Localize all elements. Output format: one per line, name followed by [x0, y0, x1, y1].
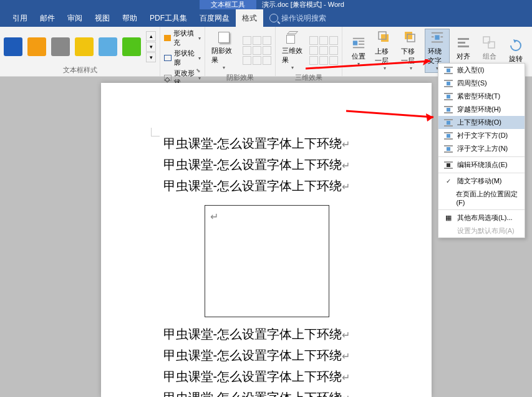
chevron-down-icon: ▾ — [410, 65, 412, 71]
chevron-down-icon: ▾ — [357, 61, 360, 67]
wrap-square-icon — [443, 79, 453, 88]
send-backward-button[interactable]: 下移一层 ▾ — [399, 29, 423, 72]
menu-item-square[interactable]: 四周型(S) — [438, 77, 525, 90]
position-icon — [351, 36, 366, 50]
3d-effect-button[interactable]: 三维效果 ▾ — [279, 29, 306, 72]
menu-item-move-with-text[interactable]: ✓ 随文字移动(M) — [438, 175, 525, 188]
rotate-button[interactable]: 旋转 — [503, 37, 528, 65]
bring-forward-button[interactable]: 上移一层 ▾ — [372, 29, 397, 72]
menu-item-top-bottom[interactable]: 上下型环绕(O) — [438, 116, 525, 129]
tell-me-search[interactable]: 操作说明搜索 — [269, 13, 326, 24]
svg-rect-11 — [432, 36, 434, 37]
layout-options-icon: ▦ — [443, 214, 453, 222]
style-swatch-green[interactable] — [122, 37, 141, 56]
textbox-object[interactable]: ↵ — [205, 205, 329, 317]
chevron-down-icon: ▾ — [198, 36, 201, 41]
paragraph-mark-icon: ↵ — [342, 393, 350, 397]
group-label-styles: 文本框样式 — [4, 64, 156, 76]
chevron-down-icon: ▾ — [223, 65, 225, 70]
tab-format[interactable]: 格式 — [236, 9, 263, 27]
shadow-effect-button[interactable]: 阴影效果 ▾ — [209, 29, 239, 72]
svg-rect-12 — [441, 36, 443, 37]
svg-rect-13 — [432, 42, 443, 43]
menu-item-behind[interactable]: 衬于文字下方(D) — [438, 129, 525, 142]
document-page[interactable]: 甲虫课堂-怎么设置字体上下环绕↵ 甲虫课堂-怎么设置字体上下环绕↵ 甲虫课堂-怎… — [101, 83, 432, 397]
tell-me-label: 操作说明搜索 — [281, 13, 326, 24]
margin-corner-icon — [151, 128, 160, 136]
wrap-text-icon — [430, 31, 445, 45]
tab-mailings[interactable]: 邮件 — [34, 9, 61, 27]
group-shape-options: 形状填充 ▾ 形状轮廓 ▾ ◇ 更改形状 ▾ ⬊ — [160, 27, 205, 76]
shadow-nudge-grid[interactable] — [243, 36, 271, 65]
wrap-through-icon — [443, 105, 453, 114]
menu-item-inline[interactable]: 嵌入型(I) — [438, 64, 525, 77]
svg-rect-9 — [432, 32, 443, 34]
menu-separator — [438, 209, 525, 210]
fill-icon — [164, 35, 171, 41]
cube-icon — [286, 31, 299, 44]
chevron-down-icon: ▾ — [291, 65, 294, 70]
svg-rect-3 — [359, 43, 364, 44]
style-swatch-orange[interactable] — [27, 37, 46, 56]
shape-outline-button[interactable]: 形状轮廓 ▾ — [164, 49, 201, 67]
shape-fill-button[interactable]: 形状填充 ▾ — [164, 29, 201, 47]
tab-view[interactable]: 视图 — [89, 9, 116, 27]
align-icon — [456, 36, 471, 50]
svg-rect-4 — [353, 47, 364, 48]
style-swatch-lightblue[interactable] — [99, 37, 117, 56]
menu-separator — [438, 173, 525, 173]
doc-text-line: 甲虫课堂-怎么设置字体上下环绕↵ — [163, 366, 382, 387]
context-tab-label: 文本框工具 — [200, 0, 256, 9]
tab-review[interactable]: 审阅 — [61, 9, 89, 27]
svg-rect-0 — [353, 37, 364, 39]
menu-item-through[interactable]: 穿越型环绕(H) — [438, 103, 525, 116]
wrap-front-icon — [443, 145, 453, 153]
outline-icon — [164, 55, 172, 61]
ribbon-tabs: 引用 邮件 审阅 视图 帮助 PDF工具集 百度网盘 格式 操作说明搜索 — [0, 9, 532, 27]
doc-text-line: 甲虫课堂-怎么设置字体上下环绕↵ — [163, 154, 382, 175]
svg-rect-7 — [405, 32, 412, 39]
gallery-down-button[interactable]: ▾ — [146, 42, 156, 52]
group-3d: 三维效果 ▾ 三维效果 — [276, 27, 342, 76]
position-button[interactable]: 位置 ▾ — [346, 34, 371, 68]
svg-rect-10 — [435, 35, 439, 39]
tab-help[interactable]: 帮助 — [116, 9, 143, 27]
paragraph-mark-icon: ↵ — [210, 211, 218, 222]
tab-references[interactable]: 引用 — [6, 9, 34, 27]
change-shape-icon: ◇ — [164, 75, 172, 81]
svg-rect-1 — [353, 41, 357, 45]
wrap-behind-icon — [443, 132, 453, 140]
wrap-tight-icon — [443, 92, 453, 101]
doc-text-line: 甲虫课堂-怎么设置字体上下环绕↵ — [163, 175, 382, 196]
gallery-up-button[interactable]: ▴ — [146, 31, 156, 41]
3d-tilt-grid[interactable] — [309, 36, 338, 65]
tab-pdf-tools[interactable]: PDF工具集 — [143, 9, 193, 27]
title-bar: 文本框工具 演示.doc [兼容模式] - Word — [0, 0, 532, 9]
wrap-topbottom-icon — [443, 118, 453, 127]
svg-rect-14 — [458, 38, 469, 40]
style-swatch-blue[interactable] — [4, 37, 22, 56]
checkmark-icon: ✓ — [443, 177, 453, 186]
shadow-icon — [218, 32, 230, 43]
edit-points-icon — [443, 161, 453, 170]
menu-item-set-default: 设置为默认布局(A) — [438, 224, 525, 237]
svg-rect-15 — [458, 42, 465, 44]
bring-forward-icon — [377, 31, 392, 45]
style-swatch-yellow[interactable] — [75, 37, 94, 56]
menu-item-edit-points[interactable]: 编辑环绕顶点(E) — [438, 158, 525, 171]
paragraph-mark-icon: ↵ — [342, 351, 350, 361]
group-textbox-styles: ▴ ▾ ▾ 文本框样式 — [0, 27, 160, 76]
gallery-more-button[interactable]: ▾ — [146, 52, 156, 62]
menu-item-fix-position[interactable]: 在页面上的位置固定(F) — [438, 188, 525, 208]
paragraph-mark-icon: ↵ — [342, 160, 350, 171]
doc-text-line: 甲虫课堂-怎么设置字体上下环绕↵ — [163, 345, 382, 366]
group-icon — [482, 36, 497, 50]
chevron-down-icon: ▾ — [198, 55, 201, 61]
paragraph-mark-icon: ↵ — [342, 181, 350, 192]
menu-item-more-layout[interactable]: ▦ 其他布局选项(L)... — [438, 211, 525, 224]
menu-item-tight[interactable]: 紧密型环绕(T) — [438, 90, 525, 103]
menu-item-front[interactable]: 浮于文字上方(N) — [438, 142, 525, 155]
dialog-launcher-icon[interactable]: ⬊ — [196, 67, 203, 75]
style-swatch-gray[interactable] — [51, 37, 70, 56]
tab-baidu[interactable]: 百度网盘 — [193, 9, 236, 27]
